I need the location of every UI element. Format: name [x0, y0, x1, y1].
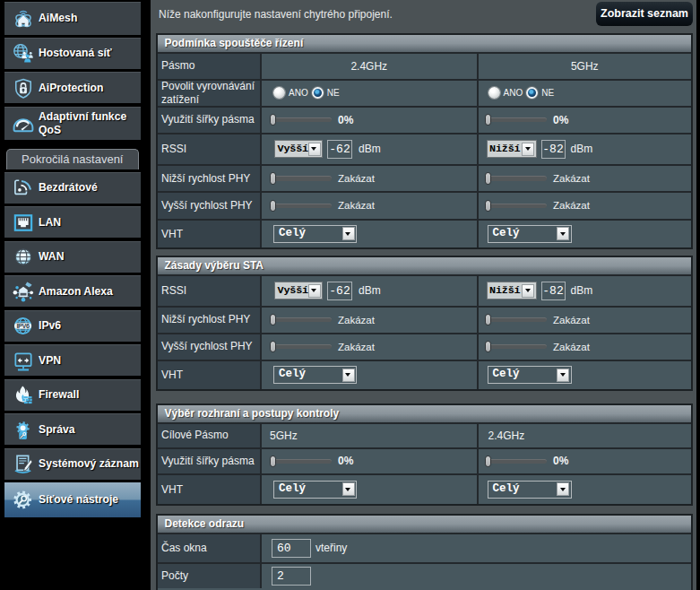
svg-text:IPV6: IPV6	[16, 322, 30, 330]
